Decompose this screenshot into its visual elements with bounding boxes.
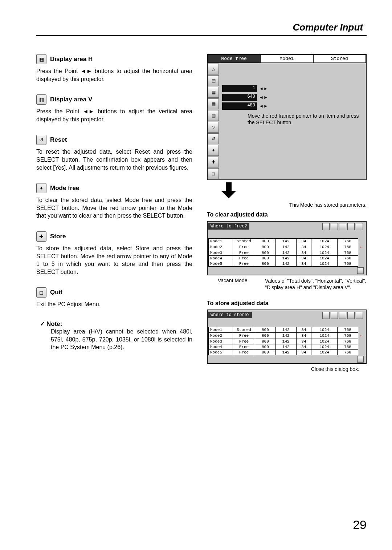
mode-value: 768: [338, 261, 358, 267]
pointer-arrow-icon: ←: [360, 333, 363, 339]
store-side-icon[interactable]: ✚: [208, 157, 219, 167]
close-caption: Close this dialog box.: [207, 366, 367, 372]
tab-mode1[interactable]: Mode1: [260, 54, 313, 63]
note-title: ✓Note:: [40, 320, 192, 328]
mode-status: Free: [233, 256, 255, 261]
mode-value: 800: [255, 239, 276, 244]
col-icon: [347, 223, 355, 230]
mode-status: Free: [233, 350, 255, 355]
scroll-up-icon[interactable]: △: [208, 64, 219, 74]
mode-value: 34: [296, 339, 311, 344]
item-body: Exit the PC Adjust Menu.: [36, 300, 192, 308]
header-icons: [322, 223, 363, 230]
display-h-icon: ▦: [36, 54, 46, 64]
mode-status: Free: [233, 333, 255, 339]
item-title: Store: [50, 233, 66, 240]
mode-value: 1024: [311, 344, 338, 350]
pointer-arrow-icon: ←: [360, 244, 363, 250]
mode-value: 800: [255, 350, 276, 355]
item-title: Display area V: [50, 96, 92, 103]
mode-free-side-icon[interactable]: ✦: [208, 145, 219, 156]
table-row[interactable]: Mode4Free800142341024768: [209, 344, 365, 350]
mode-name: Mode3: [209, 250, 233, 256]
dialog-footer: [208, 267, 365, 274]
table-row[interactable]: Mode5Free800142341024768: [209, 261, 365, 267]
col-icon: [331, 312, 338, 319]
mode-value: 768: [338, 344, 358, 350]
mode-value: 1024: [311, 350, 338, 355]
mode-value: 768: [338, 250, 358, 256]
scroll-down-icon[interactable]: ▽: [208, 122, 219, 133]
value-box: 1: [222, 85, 257, 92]
mode-value: 768: [338, 244, 358, 250]
mode-value: 768: [338, 327, 358, 333]
table-row[interactable]: Mode5Free800142341024768: [209, 350, 365, 355]
mode-name: Mode1: [209, 239, 233, 244]
mode-name: Mode5: [209, 261, 233, 267]
mode-value: 1024: [311, 256, 338, 261]
mode-value: 142: [275, 250, 296, 256]
side-icon-column: △ ▤ ▦ ▦ ▥ ▽ ↺ ✦ ✚ ◻: [208, 63, 219, 179]
tab-stored[interactable]: Stored: [313, 54, 366, 63]
mode-value: 1024: [311, 250, 338, 256]
point-arrows-icon[interactable]: ◄►: [259, 95, 268, 100]
clear-callout-left: Vacant Mode: [218, 278, 258, 291]
mode-value: 142: [275, 344, 296, 350]
item-reset: ↺ Reset To reset the adjusted data, sele…: [36, 135, 192, 171]
item-body: To clear the stored data, select Mode fr…: [36, 196, 192, 220]
mode-value: 142: [275, 333, 296, 339]
mode-value: 34: [296, 344, 311, 350]
arrow-down-icon: [221, 182, 236, 198]
auto-icon[interactable]: ▤: [208, 75, 219, 86]
modes-table: Mode1Stored800142341024768Mode2Free80014…: [208, 327, 365, 355]
mode-value: 768: [338, 339, 358, 344]
section-title: Computer Input: [36, 22, 367, 33]
col-icon: [331, 223, 338, 230]
mode-status: Stored: [233, 239, 255, 244]
col-icon: [322, 312, 330, 319]
table-row[interactable]: Mode2Free800142341024768←: [209, 333, 365, 339]
reset-side-icon[interactable]: ↺: [208, 133, 219, 144]
right-column: Mode free Mode1 Stored △ ▤ ▦ ▦ ▥ ▽ ↺ ✦ ✚…: [207, 54, 367, 372]
mode-value: 1024: [311, 339, 338, 344]
mode-value: 34: [296, 350, 311, 355]
table-row[interactable]: Mode1Stored800142341024768: [209, 327, 365, 333]
total-dots-icon[interactable]: ▦: [208, 87, 219, 98]
table-row[interactable]: Mode4Free800142341024768: [209, 256, 365, 261]
value-box: 480: [222, 102, 257, 110]
mode-value: 142: [275, 327, 296, 333]
table-row[interactable]: Mode1Stored800142341024768: [209, 239, 365, 244]
mode-value: 800: [255, 344, 276, 350]
mode-status: Free: [233, 244, 255, 250]
quit-side-icon[interactable]: ◻: [208, 168, 219, 179]
mode-value: 768: [338, 239, 358, 244]
mode-value: 768: [338, 256, 358, 261]
vertical-icon[interactable]: ▥: [208, 110, 219, 121]
close-icon[interactable]: [357, 267, 364, 274]
mode-name: Mode5: [209, 350, 233, 355]
point-arrows-icon[interactable]: ◄►: [259, 104, 268, 109]
mode-value: 768: [338, 350, 358, 355]
table-row[interactable]: Mode3Free800142341024768: [209, 250, 365, 256]
mode-value: 1024: [311, 327, 338, 333]
mode-name: Mode3: [209, 339, 233, 344]
close-icon[interactable]: [357, 356, 364, 363]
point-arrows-icon[interactable]: ◄►: [259, 86, 268, 91]
mode-value: 142: [275, 339, 296, 344]
mode-value: 800: [255, 250, 276, 256]
table-row[interactable]: Mode3Free800142341024768: [209, 339, 365, 344]
mode-value: 800: [255, 339, 276, 344]
horizontal-icon[interactable]: ▦: [208, 98, 219, 109]
mode-status: Free: [233, 344, 255, 350]
left-column: ▦ Display area H Press the Point ◄► butt…: [36, 54, 192, 372]
item-body: Press the Point ◄► buttons to adjust the…: [36, 108, 192, 123]
item-body: Press the Point ◄► buttons to adjust the…: [36, 67, 192, 83]
tab-mode-free[interactable]: Mode free: [207, 54, 261, 63]
table-row[interactable]: Mode2Free800142341024768←: [209, 244, 365, 250]
col-icon: [322, 223, 330, 230]
mode-value: 34: [296, 333, 311, 339]
mode-value: 800: [255, 244, 276, 250]
store-heading: To store adjusted data: [207, 300, 367, 307]
item-store: ✚ Store To store the adjusted data, sele…: [36, 231, 192, 276]
pc-adjust-menu: Mode free Mode1 Stored △ ▤ ▦ ▦ ▥ ▽ ↺ ✦ ✚…: [207, 54, 367, 180]
